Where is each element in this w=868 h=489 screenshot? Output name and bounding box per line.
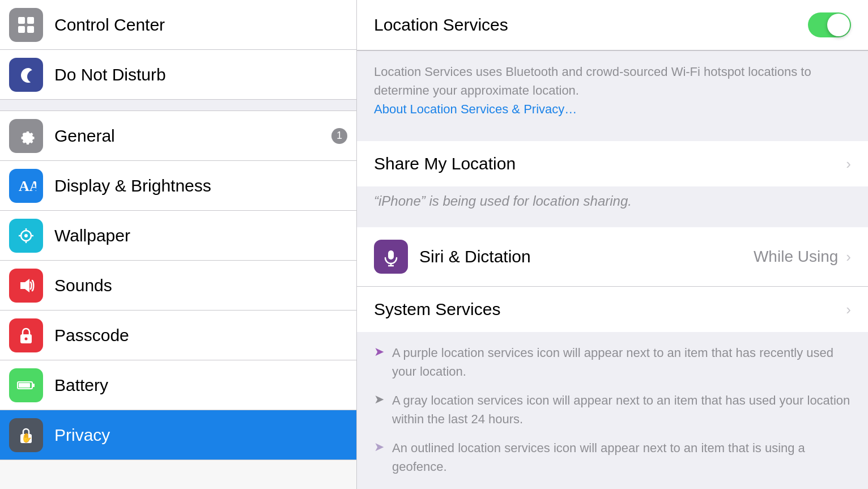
services-card: Siri & Dictation While Using › System Se… <box>357 227 868 332</box>
svg-point-13 <box>25 337 28 340</box>
svg-point-6 <box>24 234 28 237</box>
gear-icon <box>9 119 43 153</box>
svg-rect-19 <box>388 250 394 260</box>
sidebar-item-control-center[interactable]: Control Center <box>0 0 356 50</box>
sidebar-item-label: Sounds <box>54 276 112 295</box>
svg-rect-1 <box>27 17 34 24</box>
svg-rect-3 <box>27 26 34 33</box>
share-my-location-card: Share My Location › <box>357 141 868 186</box>
siri-dictation-value: While Using <box>754 248 838 266</box>
location-arrow-outline-icon: ➤ <box>374 440 384 454</box>
sidebar-item-passcode[interactable]: Passcode <box>0 311 356 360</box>
sounds-icon <box>9 269 43 303</box>
location-services-title: Location Services <box>374 15 508 35</box>
sidebar-item-label: Battery <box>54 376 108 395</box>
sidebar-item-label: General <box>54 126 115 146</box>
footnote-purple-text: A purple location services icon will app… <box>392 343 851 381</box>
sidebar-item-general[interactable]: General 1 <box>0 111 356 161</box>
system-services-label: System Services <box>374 300 846 319</box>
sidebar-item-label: Wallpaper <box>54 226 130 245</box>
footnote-gray-text: A gray location services icon will appea… <box>392 391 851 428</box>
footnote-outline-text: An outlined location services icon will … <box>392 439 851 476</box>
footnote-outline: ➤ An outlined location services icon wil… <box>374 439 851 476</box>
sidebar: Control Center Do Not Disturb General 1 … <box>0 0 357 489</box>
sidebar-item-battery[interactable]: Battery <box>0 360 356 410</box>
footnotes-section: ➤ A purple location services icon will a… <box>357 332 868 489</box>
siri-dictation-row[interactable]: Siri & Dictation While Using › <box>357 227 868 287</box>
sidebar-item-privacy[interactable]: ✋ Privacy <box>0 410 356 460</box>
location-services-link[interactable]: About Location Services & Privacy… <box>374 102 577 116</box>
system-services-row[interactable]: System Services › <box>357 287 868 332</box>
sidebar-item-label: Passcode <box>54 326 129 345</box>
passcode-icon <box>9 318 43 352</box>
siri-dictation-label: Siri & Dictation <box>419 247 754 266</box>
sidebar-item-label: Do Not Disturb <box>54 65 166 84</box>
share-my-location-row[interactable]: Share My Location › <box>357 141 868 186</box>
svg-rect-2 <box>18 26 25 33</box>
chevron-right-icon: › <box>846 301 851 318</box>
sidebar-item-label: Control Center <box>54 15 165 35</box>
siri-icon <box>374 240 408 274</box>
sidebar-item-label: Privacy <box>54 426 110 445</box>
svg-text:AA: AA <box>19 178 36 194</box>
sidebar-item-label: Display & Brightness <box>54 176 211 195</box>
toggle-thumb <box>827 14 850 36</box>
sidebar-item-wallpaper[interactable]: Wallpaper <box>0 211 356 261</box>
content-panel: Location Services Location Services uses… <box>357 0 868 489</box>
share-my-location-label: Share My Location <box>374 154 846 173</box>
svg-rect-15 <box>32 384 35 387</box>
svg-rect-16 <box>19 383 30 388</box>
battery-icon <box>9 368 43 402</box>
location-arrow-gray-icon: ➤ <box>374 392 384 407</box>
svg-marker-11 <box>20 279 29 292</box>
location-arrow-purple-icon: ➤ <box>374 345 384 359</box>
control-center-icon <box>9 8 43 42</box>
location-services-toggle[interactable] <box>808 12 851 37</box>
wallpaper-icon <box>9 219 43 253</box>
sidebar-separator <box>0 100 356 111</box>
iphone-note: “iPhone” is being used for location shar… <box>357 186 868 216</box>
privacy-icon: ✋ <box>9 418 43 452</box>
chevron-right-icon: › <box>846 155 851 173</box>
badge-general: 1 <box>331 128 347 144</box>
svg-text:✋: ✋ <box>21 432 32 443</box>
sidebar-item-sounds[interactable]: Sounds <box>0 261 356 311</box>
location-services-desc: Location Services uses Bluetooth and cro… <box>357 51 868 130</box>
display-icon: AA <box>9 169 43 203</box>
sidebar-item-do-not-disturb[interactable]: Do Not Disturb <box>0 50 356 100</box>
svg-rect-0 <box>18 17 25 24</box>
footnote-gray: ➤ A gray location services icon will app… <box>374 391 851 428</box>
footnote-purple: ➤ A purple location services icon will a… <box>374 343 851 381</box>
sidebar-item-display-brightness[interactable]: AA Display & Brightness <box>0 161 356 211</box>
moon-icon <box>9 58 43 92</box>
chevron-right-icon: › <box>846 248 851 266</box>
location-services-row[interactable]: Location Services <box>357 0 868 50</box>
